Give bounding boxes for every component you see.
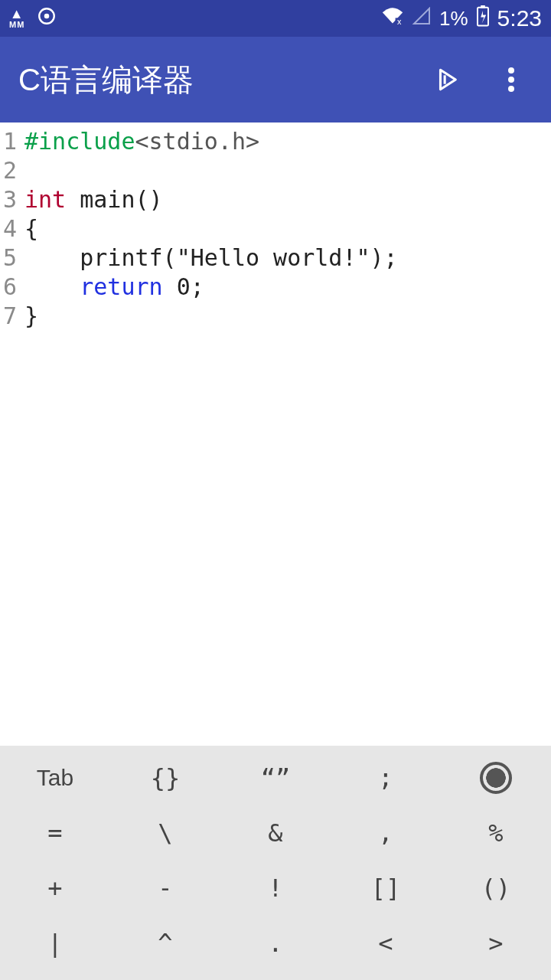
key-symbol[interactable]: | bbox=[0, 916, 110, 971]
svg-text:x: x bbox=[397, 16, 402, 24]
app-bar: C语言编译器 bbox=[0, 37, 551, 122]
wifi-icon: x bbox=[381, 7, 404, 31]
app-title: C语言编译器 bbox=[18, 59, 194, 101]
battery-text: 1% bbox=[439, 7, 468, 31]
key-symbol[interactable]: % bbox=[441, 805, 551, 861]
key-symbol[interactable]: ^ bbox=[110, 916, 220, 971]
code-content[interactable]: #include<stdio.h> bbox=[21, 127, 259, 156]
key-symbol[interactable]: ! bbox=[220, 861, 331, 916]
code-content[interactable]: int main() bbox=[21, 185, 163, 214]
line-number: 6 bbox=[0, 273, 21, 302]
line-number: 3 bbox=[0, 185, 21, 214]
svg-point-7 bbox=[508, 77, 514, 83]
line-number: 5 bbox=[0, 243, 21, 273]
target-icon bbox=[37, 6, 57, 31]
code-content[interactable]: printf("Hello world!"); bbox=[21, 243, 398, 273]
svg-point-6 bbox=[508, 67, 514, 74]
key-tab[interactable]: Tab bbox=[0, 750, 110, 805]
code-content[interactable]: { bbox=[21, 214, 38, 243]
code-line[interactable]: 5 printf("Hello world!"); bbox=[0, 243, 551, 273]
key-symbol[interactable]: [] bbox=[331, 861, 441, 916]
code-line[interactable]: 2 bbox=[0, 156, 551, 185]
code-line[interactable]: 4{ bbox=[0, 214, 551, 243]
key-symbol[interactable]: , bbox=[331, 805, 441, 861]
key-symbol[interactable]: - bbox=[110, 861, 220, 916]
svg-rect-5 bbox=[481, 5, 485, 8]
code-editor[interactable]: 1#include<stdio.h>23int main()4{5 printf… bbox=[0, 122, 551, 746]
line-number: 4 bbox=[0, 214, 21, 243]
svg-point-1 bbox=[44, 13, 50, 18]
key-symbol[interactable]: {} bbox=[110, 750, 220, 805]
code-content[interactable] bbox=[21, 156, 24, 185]
code-line[interactable]: 1#include<stdio.h> bbox=[0, 127, 551, 156]
key-symbol[interactable]: . bbox=[220, 916, 331, 971]
symbol-keyboard: Tab{}“”;=\&,%+-![]()|^.<> bbox=[0, 746, 551, 980]
key-record[interactable] bbox=[441, 750, 551, 805]
clock-text: 5:23 bbox=[497, 5, 542, 31]
signal-icon bbox=[412, 7, 432, 31]
mm-indicator-icon: ▲ MM bbox=[9, 8, 24, 28]
key-symbol[interactable]: + bbox=[0, 861, 110, 916]
svg-point-8 bbox=[508, 86, 514, 92]
key-symbol[interactable]: = bbox=[0, 805, 110, 861]
code-line[interactable]: 6 return 0; bbox=[0, 273, 551, 302]
key-symbol[interactable]: & bbox=[220, 805, 331, 861]
key-symbol[interactable]: “” bbox=[220, 750, 331, 805]
key-symbol[interactable]: () bbox=[441, 861, 551, 916]
key-symbol[interactable]: < bbox=[331, 916, 441, 971]
battery-icon bbox=[476, 5, 490, 32]
key-symbol[interactable]: ; bbox=[331, 750, 441, 805]
overflow-menu-button[interactable] bbox=[496, 64, 527, 95]
line-number: 7 bbox=[0, 302, 21, 331]
status-bar: ▲ MM x 1% 5:23 bbox=[0, 0, 551, 37]
key-symbol[interactable]: \ bbox=[110, 805, 220, 861]
code-content[interactable]: } bbox=[21, 302, 38, 331]
run-button[interactable] bbox=[432, 64, 462, 95]
line-number: 1 bbox=[0, 127, 21, 156]
code-line[interactable]: 3int main() bbox=[0, 185, 551, 214]
code-content[interactable]: return 0; bbox=[21, 273, 204, 302]
code-line[interactable]: 7} bbox=[0, 302, 551, 331]
line-number: 2 bbox=[0, 156, 21, 185]
key-symbol[interactable]: > bbox=[441, 916, 551, 971]
